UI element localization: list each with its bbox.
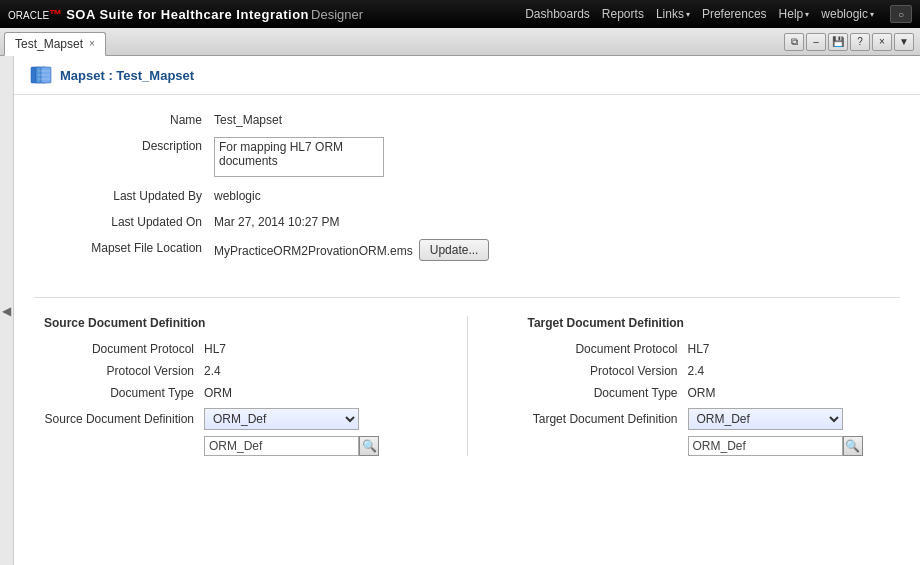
page-heading: Mapset : Test_Mapset — [14, 56, 920, 95]
source-type-row: Document Type ORM — [34, 386, 417, 400]
file-location-row: Mapset File Location MyPracticeORM2Prova… — [54, 239, 880, 261]
document-definitions: Source Document Definition Document Prot… — [14, 308, 920, 464]
target-def-label: Target Document Definition — [518, 412, 688, 426]
form-section: Name Test_Mapset Description For mapping… — [14, 95, 920, 287]
source-type-label: Document Type — [34, 386, 204, 400]
description-label: Description — [54, 137, 214, 153]
source-protocol-label: Document Protocol — [34, 342, 204, 356]
help-button[interactable]: ? — [850, 33, 870, 51]
target-def-select-wrapper: ORM_Def — [688, 408, 843, 430]
nav-help-menu[interactable]: Help ▾ — [779, 7, 810, 21]
nav-reports[interactable]: Reports — [602, 7, 644, 21]
target-protocol-value: HL7 — [688, 342, 710, 356]
target-doc-column: Target Document Definition Document Prot… — [518, 316, 901, 456]
source-def-select-wrapper: ORM_Def — [204, 408, 359, 430]
name-label: Name — [54, 111, 214, 127]
target-search-icon: 🔍 — [845, 439, 860, 453]
save-button[interactable]: 💾 — [828, 33, 848, 51]
section-divider — [34, 297, 900, 298]
mapset-icon — [30, 66, 54, 84]
tab-label: Test_Mapset — [15, 37, 83, 51]
name-row: Name Test_Mapset — [54, 111, 880, 127]
top-nav-bar: ORACLE™ SOA Suite for Healthcare Integra… — [0, 0, 920, 28]
target-type-value: ORM — [688, 386, 716, 400]
target-protocol-row: Document Protocol HL7 — [518, 342, 901, 356]
app-title: SOA Suite for Healthcare Integration — [66, 7, 309, 22]
tab-bar: Test_Mapset × ⧉ – 💾 ? × ▼ — [0, 28, 920, 56]
source-protocol-row: Document Protocol HL7 — [34, 342, 417, 356]
help-arrow-icon: ▾ — [805, 10, 809, 19]
last-updated-by-value: weblogic — [214, 187, 261, 203]
target-def-input-wrapper: 🔍 — [688, 436, 863, 456]
source-type-value: ORM — [204, 386, 232, 400]
source-version-label: Protocol Version — [34, 364, 204, 378]
target-type-label: Document Type — [518, 386, 688, 400]
target-type-row: Document Type ORM — [518, 386, 901, 400]
last-updated-on-label: Last Updated On — [54, 213, 214, 229]
source-version-row: Protocol Version 2.4 — [34, 364, 417, 378]
source-def-label: Source Document Definition — [34, 412, 204, 426]
nav-user-menu[interactable]: weblogic ▾ — [821, 7, 874, 21]
target-def-dropdown-row: Target Document Definition ORM_Def — [518, 408, 901, 430]
links-arrow-icon: ▾ — [686, 10, 690, 19]
source-def-input-row: 🔍 — [34, 436, 417, 456]
target-version-row: Protocol Version 2.4 — [518, 364, 901, 378]
target-doc-title: Target Document Definition — [518, 316, 901, 330]
panel-menu-button[interactable]: ▼ — [894, 33, 914, 51]
name-value: Test_Mapset — [214, 111, 282, 127]
page-title: Mapset : Test_Mapset — [60, 68, 194, 83]
tab-close-button[interactable]: × — [89, 39, 95, 49]
tab-actions: ⧉ – 💾 ? × ▼ — [784, 32, 920, 55]
nav-links-menu[interactable]: Links ▾ — [656, 7, 690, 21]
mapset-icon-svg — [30, 66, 54, 84]
oracle-text: ORACLE — [8, 10, 49, 21]
file-location-value: MyPracticeORM2ProvationORM.ems — [214, 242, 413, 258]
last-updated-on-value: Mar 27, 2014 10:27 PM — [214, 213, 339, 229]
mapset-file-location-label: Mapset File Location — [54, 239, 214, 255]
source-protocol-value: HL7 — [204, 342, 226, 356]
source-search-button[interactable]: 🔍 — [359, 436, 379, 456]
target-def-input-row: 🔍 — [518, 436, 901, 456]
update-button[interactable]: Update... — [419, 239, 490, 261]
source-def-select[interactable]: ORM_Def — [204, 408, 359, 430]
updated-on-row: Last Updated On Mar 27, 2014 10:27 PM — [54, 213, 880, 229]
main-content: ◀ Mapset : Test_Mapset Name Test_Ma — [0, 56, 920, 565]
app-subtitle: Designer — [311, 7, 363, 22]
restore-button[interactable]: ⧉ — [784, 33, 804, 51]
source-def-input[interactable] — [204, 436, 359, 456]
target-search-button[interactable]: 🔍 — [843, 436, 863, 456]
content-panel: Mapset : Test_Mapset Name Test_Mapset De… — [14, 56, 920, 565]
target-def-select[interactable]: ORM_Def — [688, 408, 843, 430]
last-updated-by-label: Last Updated By — [54, 187, 214, 203]
minimize-button[interactable]: – — [806, 33, 826, 51]
sidebar-collapse-handle[interactable]: ◀ — [0, 56, 14, 565]
description-row: Description For mapping HL7 ORM document… — [54, 137, 880, 177]
target-version-label: Protocol Version — [518, 364, 688, 378]
file-location-field: MyPracticeORM2ProvationORM.ems Update... — [214, 239, 489, 261]
tab-test-mapset[interactable]: Test_Mapset × — [4, 32, 106, 56]
target-def-input[interactable] — [688, 436, 843, 456]
source-version-value: 2.4 — [204, 364, 221, 378]
description-textarea[interactable]: For mapping HL7 ORM documents — [214, 137, 384, 177]
source-doc-column: Source Document Definition Document Prot… — [34, 316, 417, 456]
oracle-logo: ORACLE™ — [8, 7, 62, 22]
source-def-input-wrapper: 🔍 — [204, 436, 379, 456]
updated-by-row: Last Updated By weblogic — [54, 187, 880, 203]
source-def-dropdown-row: Source Document Definition ORM_Def — [34, 408, 417, 430]
target-protocol-label: Document Protocol — [518, 342, 688, 356]
column-separator — [467, 316, 468, 456]
source-search-icon: 🔍 — [362, 439, 377, 453]
target-version-value: 2.4 — [688, 364, 705, 378]
nav-dashboards[interactable]: Dashboards — [525, 7, 590, 21]
nav-links: Dashboards Reports Links ▾ Preferences H… — [525, 5, 912, 23]
collapse-icon: ◀ — [2, 304, 11, 318]
nav-preferences[interactable]: Preferences — [702, 7, 767, 21]
close-panel-button[interactable]: × — [872, 33, 892, 51]
source-doc-title: Source Document Definition — [34, 316, 417, 330]
user-arrow-icon: ▾ — [870, 10, 874, 19]
window-control-button[interactable]: ○ — [890, 5, 912, 23]
